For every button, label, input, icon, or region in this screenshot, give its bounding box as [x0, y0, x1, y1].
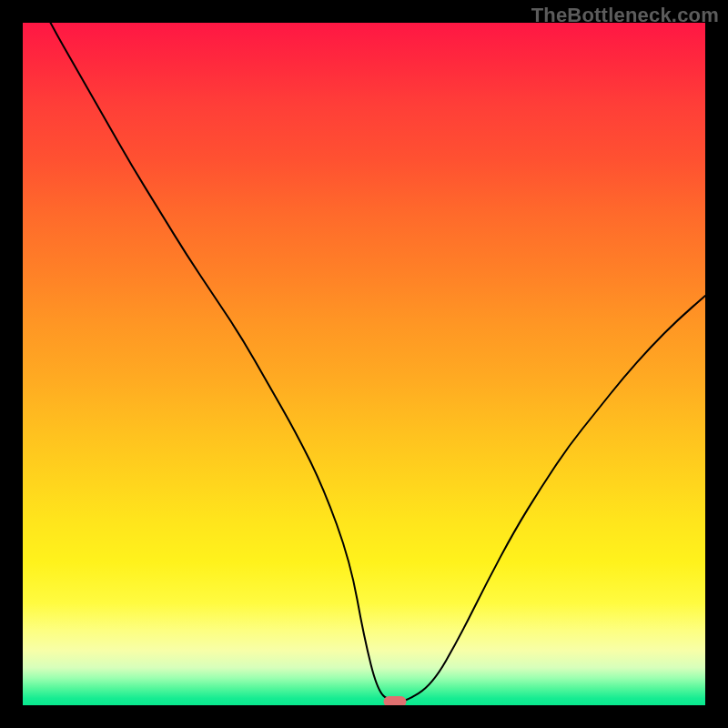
plot-area	[23, 23, 705, 705]
bottleneck-curve	[23, 23, 705, 705]
optimum-marker	[383, 696, 406, 705]
chart-frame: TheBottleneck.com	[0, 0, 728, 728]
watermark-text: TheBottleneck.com	[531, 4, 719, 27]
